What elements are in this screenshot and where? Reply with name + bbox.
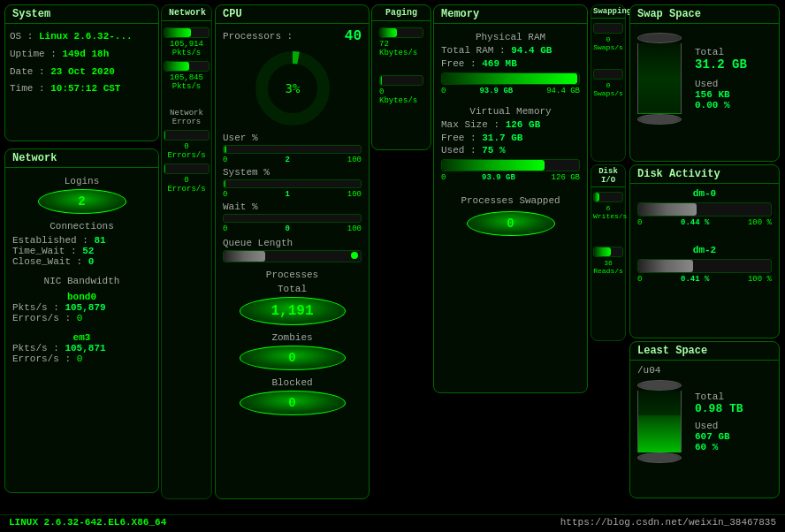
system-panel: System OS : Linux 2.6.32-... Uptime : 14…: [4, 4, 159, 141]
network-side-title: Network: [162, 5, 211, 21]
vmem-bar: [441, 159, 580, 171]
logins-label: Logins: [12, 176, 151, 186]
processes-label: Processes: [223, 270, 362, 280]
footer-bar: LINUX 2.6.32-642.EL6.X86_64 https://blog…: [0, 514, 785, 532]
cpu-donut: 3%: [223, 49, 362, 128]
system-bar: [223, 179, 362, 188]
zombies-value: 0: [240, 346, 346, 370]
connections-label: Connections: [12, 221, 151, 232]
net-errors-bar-2: 0 Errors/s: [164, 163, 210, 194]
network-content: Logins 2 Connections Established : 81 Ti…: [5, 168, 158, 369]
swapping-content: 0 Swaps/s 0 Swaps/s: [591, 19, 625, 102]
vmem-max-label: Max Size :: [441, 119, 499, 130]
timewait-label: Time_Wait :: [12, 246, 77, 256]
leastspace-panel: Least Space /u04 Total 0.98 TB Used 607 …: [629, 341, 780, 498]
timewait-value: 52: [82, 246, 94, 256]
dm0-bar-labels: 0 0.44 % 100 %: [637, 218, 772, 227]
net-pkts1: 105,914 Pkts/s: [164, 40, 210, 57]
cpu-queue-section: Queue Length: [223, 238, 362, 262]
user-label: User %: [223, 133, 362, 143]
ram-bar: [441, 72, 580, 85]
cpu-donut-svg: 3%: [253, 49, 332, 128]
swapspace-content: Total 31.2 GB Used 156 KB 0.00 %: [630, 24, 779, 129]
cpu-panel: CPU Processors : 40 3% User % 0 2 100: [215, 4, 370, 499]
ram-total-value: 94.4 GB: [511, 45, 552, 56]
swap-bar-2: [593, 69, 623, 80]
em3-errors-label: Errors/s :: [12, 353, 71, 364]
vmem-free-row: Free : 31.7 GB: [441, 133, 580, 143]
closewait-label: Close_Wait :: [12, 256, 82, 267]
network-panel: Network Logins 2 Connections Established…: [4, 148, 159, 493]
swapspace-used: Used 156 KB 0.00 %: [695, 79, 747, 110]
vmem-max-value: 126 GB: [506, 119, 541, 130]
footer-url: https://blog.csdn.net/weixin_38467835: [560, 517, 776, 530]
footer-kernel: LINUX 2.6.32-642.EL6.X86_64: [9, 517, 166, 530]
memory-content: Physical RAM Total RAM : 94.4 GB Free : …: [434, 24, 587, 246]
vmem-max-row: Max Size : 126 GB: [441, 119, 580, 130]
logins-value: 2: [38, 189, 126, 214]
net-bar-1: 105,914 Pkts/s: [164, 27, 210, 57]
processes-section: Processes Total 1,191 Zombies 0 Blocked …: [223, 270, 362, 415]
paging-bar-1: [379, 27, 423, 38]
dm0-bar: [637, 202, 772, 217]
swapspace-cylinder: [637, 33, 682, 125]
vmem-used-row: Used : 75 %: [441, 145, 580, 156]
leastspace-cylinder: [637, 380, 682, 463]
blocked-value: 0: [240, 391, 346, 415]
ram-total-label: Total RAM :: [441, 45, 506, 56]
leastspace-values: Total 0.98 TB Used 607 GB 60 %: [695, 391, 743, 452]
connections-detail: Established : 81 Time_Wait : 52 Close_Wa…: [12, 235, 151, 267]
cpu-title: CPU: [216, 5, 369, 24]
net-pkts2: 105,845 Pkts/s: [164, 73, 210, 91]
processors-label: Processors :: [223, 31, 293, 42]
wait-label: Wait %: [223, 201, 362, 212]
time-label: Time :: [10, 83, 45, 94]
network-side-panel: Network 105,914 Pkts/s 105,845 Pkts/s Ne…: [161, 4, 212, 499]
em3-label: em3: [12, 332, 151, 343]
system-info: OS : Linux 2.6.32-... Uptime : 149d 18h …: [5, 24, 158, 103]
bond0-errors-value: 0: [77, 313, 83, 323]
net-errors-title: NetworkErrors: [164, 109, 210, 126]
diskactivity-title: Disk Activity: [630, 165, 779, 184]
svg-text:3%: 3%: [285, 81, 300, 95]
net-errors-bar-1: 0 Errors/s: [164, 130, 210, 160]
network-side-content: 105,914 Pkts/s 105,845 Pkts/s NetworkErr…: [162, 21, 211, 200]
swapspace-total: Total 31.2 GB: [695, 47, 747, 72]
paging-rate1: 72 Kbytes/s: [379, 40, 423, 57]
paging-rate2: 0 Kbytes/s: [379, 87, 423, 105]
dm0-label: dm-0: [637, 188, 772, 199]
cpu-wait-section: Wait % 0 0 100: [223, 201, 362, 233]
date-label: Date :: [10, 66, 45, 77]
diskio-content: 6 Writes/s 36 Reads/s: [591, 187, 625, 279]
system-label: System %: [223, 167, 362, 178]
ls-used: Used 607 GB 60 %: [695, 421, 743, 452]
paging-bar-2: [379, 75, 423, 86]
memory-title: Memory: [434, 5, 587, 24]
paging-title: Paging: [372, 5, 431, 21]
diskio-title: Disk I/O: [591, 165, 625, 187]
vmem-bar-labels: 0 93.9 GB 126 GB: [441, 173, 580, 182]
vmem-used-value: 75 %: [482, 145, 505, 156]
queue-bar: [223, 250, 362, 262]
bond0-pkts-value: 105,879: [65, 302, 105, 313]
swapspace-title: Swap Space: [630, 5, 779, 24]
network-title: Network: [5, 149, 158, 168]
ls-total: Total 0.98 TB: [695, 391, 743, 415]
swapspace-values: Total 31.2 GB Used 156 KB 0.00 %: [695, 47, 747, 110]
wait-bar-labels: 0 0 100: [223, 224, 362, 233]
diskactivity-panel: Disk Activity dm-0 0 0.44 % 100 % dm-2 0…: [629, 164, 780, 338]
total-value: 1,191: [240, 297, 346, 325]
physical-label: Physical RAM: [441, 32, 580, 42]
blocked-label: Blocked: [223, 377, 362, 388]
ram-total-row: Total RAM : 94.4 GB: [441, 45, 580, 56]
system-title: System: [5, 5, 158, 24]
diskio-reads-label: 36 Reads/s: [593, 259, 623, 275]
em3-errors-value: 0: [77, 353, 83, 364]
bond0-label: bond0: [12, 292, 151, 302]
memory-panel: Memory Physical RAM Total RAM : 94.4 GB …: [433, 4, 588, 393]
virtual-label: Virtual Memory: [441, 106, 580, 117]
leastspace-title: Least Space: [630, 342, 779, 361]
bond0-errors-label: Errors/s :: [12, 313, 71, 323]
closewait-value: 0: [88, 256, 95, 267]
diskio-panel: Disk I/O 6 Writes/s 36 Reads/s: [591, 164, 626, 341]
